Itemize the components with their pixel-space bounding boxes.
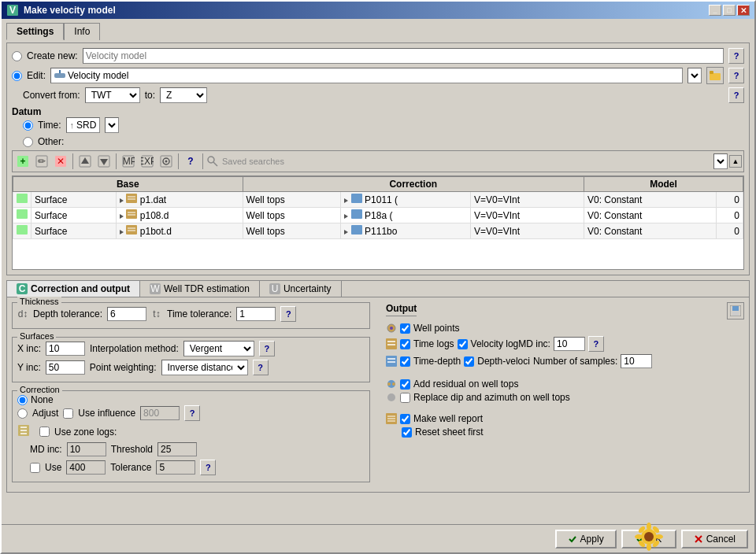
use-zone-logs-checkbox[interactable] <box>39 427 50 437</box>
table-row[interactable]: Surface p1.dat Well tops <box>13 192 743 208</box>
interp-help[interactable]: ? <box>259 341 275 356</box>
replace-dip-checkbox[interactable] <box>400 393 410 403</box>
interp-select[interactable]: Vergent <box>183 341 254 356</box>
tolerance-input[interactable] <box>156 460 195 475</box>
well-points-icon <box>386 323 397 334</box>
table-row[interactable]: Surface p108.d Well tops <box>13 208 743 223</box>
toolbar-btn-8[interactable] <box>158 153 175 170</box>
depth-tolerance-input[interactable] <box>107 307 146 321</box>
tab-correction-output[interactable]: C Correction and output <box>7 281 140 297</box>
zone-logs-row: Use zone logs: <box>17 424 365 439</box>
saved-searches-label: Saved searches <box>222 157 284 166</box>
toolbar-btn-6[interactable]: IMP <box>120 153 137 170</box>
none-radio[interactable] <box>17 395 28 405</box>
use-input[interactable] <box>66 460 106 475</box>
toolbar-sep-2 <box>116 153 117 169</box>
surfaces-title: Surfaces <box>17 331 56 341</box>
velocity-log-checkbox[interactable] <box>458 339 468 349</box>
svg-text:✕: ✕ <box>57 156 65 167</box>
use-influence-checkbox[interactable] <box>63 408 73 419</box>
output-title: Output <box>386 303 417 316</box>
cancel-label: Cancel <box>706 534 736 545</box>
toolbar-btn-2[interactable]: ✏ <box>33 153 50 170</box>
depth-veloci-checkbox[interactable] <box>464 356 474 367</box>
apply-button[interactable]: Apply <box>555 530 617 548</box>
create-new-input[interactable] <box>83 48 724 64</box>
time-dropdown[interactable]: ▼ <box>105 117 119 133</box>
toolbar-btn-7[interactable]: EXP <box>139 153 156 170</box>
cancel-button[interactable]: Cancel <box>681 530 748 548</box>
maximize-button[interactable]: □ <box>723 5 736 16</box>
edit-help[interactable]: ? <box>728 68 744 83</box>
adjust-label: Adjust <box>32 408 58 419</box>
other-row: Other: <box>12 136 744 147</box>
x-inc-input[interactable] <box>46 342 85 356</box>
datum-section: Datum Time: ↑ SRD ▼ Other: <box>12 106 744 147</box>
toolbar-btn-1[interactable]: + <box>14 153 32 170</box>
row-icon-cell-3 <box>13 223 32 239</box>
convert-help[interactable]: ? <box>728 87 744 103</box>
well-points-label: Well points <box>413 323 459 334</box>
correction-icon-1 <box>351 194 362 203</box>
use-checkbox[interactable] <box>30 463 40 473</box>
create-new-help[interactable]: ? <box>728 48 744 64</box>
convert-from-select[interactable]: TWT <box>85 87 140 103</box>
correction-tab-icon: C <box>17 283 28 294</box>
depth-tol-label: Depth tolerance: <box>33 308 102 319</box>
threshold-input[interactable] <box>158 442 197 456</box>
point-weight-help[interactable]: ? <box>253 360 269 375</box>
delete-icon: ✕ <box>54 155 67 168</box>
velocity-log-help[interactable]: ? <box>588 336 604 352</box>
output-header-row: Output <box>386 302 744 319</box>
close-button[interactable]: ✕ <box>737 5 750 16</box>
toolbar-btn-4[interactable] <box>76 153 94 170</box>
expand-button[interactable]: ▲ <box>729 155 742 168</box>
left-panel: Thickness d↕ Depth tolerance: t↕ Time to… <box>12 302 370 487</box>
correction-help[interactable]: ? <box>200 460 216 475</box>
time-radio[interactable] <box>23 120 33 131</box>
thickness-help[interactable]: ? <box>280 306 296 322</box>
table-row[interactable]: Surface p1bot.d Well tops <box>13 223 743 239</box>
point-weight-select[interactable]: Inverse distance <box>161 360 248 375</box>
svg-rect-2 <box>54 73 65 78</box>
to-select[interactable]: Z <box>160 87 207 103</box>
edit-dropdown[interactable]: ▼ <box>687 68 702 83</box>
edit-folder-btn[interactable] <box>706 67 724 84</box>
tab-info[interactable]: Info <box>64 23 100 40</box>
other-radio[interactable] <box>23 137 33 147</box>
output-save-btn[interactable] <box>727 302 744 319</box>
toolbar-btn-3[interactable]: ✕ <box>52 153 69 170</box>
tab-settings[interactable]: Settings <box>6 23 64 40</box>
adjust-help[interactable]: ? <box>184 405 200 421</box>
use-label: Use <box>45 462 61 473</box>
toolbar-btn-5[interactable] <box>95 153 113 170</box>
add-residual-checkbox[interactable] <box>400 379 410 390</box>
time-logs-checkbox[interactable] <box>400 339 410 349</box>
time-tolerance-input[interactable] <box>236 307 276 321</box>
minimize-button[interactable]: _ <box>709 5 721 16</box>
make-well-report-checkbox[interactable] <box>400 414 410 424</box>
bottom-tabs: C Correction and output W Well TDR estim… <box>7 281 749 297</box>
time-depth-checkbox[interactable] <box>400 356 410 367</box>
y-inc-input[interactable] <box>46 360 85 375</box>
adjust-radio[interactable] <box>17 408 28 419</box>
velocity-log-input[interactable] <box>554 337 585 351</box>
content-area: Settings Info Create new: ? Edit: <box>2 19 754 496</box>
tab-uncertainty[interactable]: U Uncertainty <box>260 281 342 297</box>
toolbar-help-btn[interactable]: ? <box>182 153 199 170</box>
base-arrow <box>120 198 124 203</box>
create-new-radio[interactable] <box>12 51 22 61</box>
edit-radio[interactable] <box>12 71 22 81</box>
md-inc-input[interactable] <box>67 442 106 456</box>
reset-sheet-checkbox[interactable] <box>402 427 412 438</box>
formula-2: V=V0=VInt <box>471 208 584 223</box>
well-report-icon <box>386 413 397 424</box>
num-samples-input[interactable] <box>621 354 652 368</box>
base-file-icon-3 <box>126 225 137 235</box>
well-points-checkbox[interactable] <box>400 323 410 334</box>
add-residual-label: Add residual on well tops <box>413 379 518 390</box>
tab-well-tdr[interactable]: W Well TDR estimation <box>140 281 260 297</box>
to-label: to: <box>145 90 155 101</box>
saved-searches-dropdown[interactable]: ▼ <box>713 153 728 169</box>
use-influence-input[interactable] <box>140 406 180 420</box>
